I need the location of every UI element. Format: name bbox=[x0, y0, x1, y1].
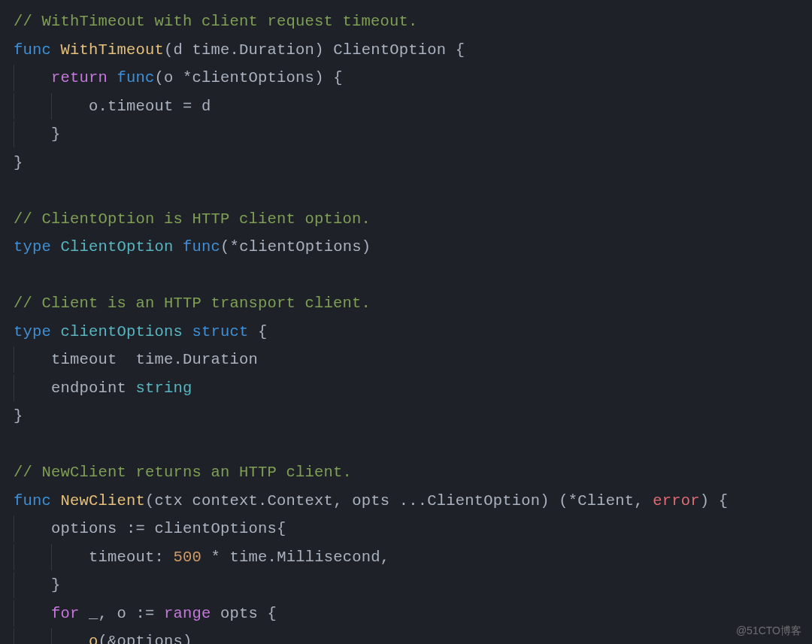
token-str: string bbox=[136, 379, 192, 397]
token-op: & bbox=[108, 633, 117, 644]
code-editor[interactable]: // WithTimeout with client request timeo… bbox=[0, 0, 812, 644]
token-cmt: // NewClient returns an HTTP client. bbox=[14, 464, 352, 481]
indent-guide bbox=[51, 98, 89, 115]
token-op: = bbox=[174, 98, 202, 115]
token-id: time bbox=[230, 549, 268, 566]
indent-guide bbox=[14, 69, 51, 86]
token-ret: for bbox=[51, 605, 80, 622]
token-kw: func bbox=[117, 69, 155, 86]
token-id: timeout bbox=[89, 549, 155, 566]
token-op: opts { bbox=[211, 605, 277, 622]
indent-guide bbox=[14, 125, 51, 143]
token-num: 500 bbox=[174, 549, 202, 566]
indent-guide bbox=[14, 379, 51, 397]
indent-guide bbox=[14, 98, 51, 115]
token-op: . bbox=[98, 98, 108, 115]
token-op: ) bbox=[362, 238, 371, 255]
token-kw: func bbox=[14, 492, 51, 509]
indent-guide bbox=[51, 549, 89, 566]
code-line[interactable]: // NewClient returns an HTTP client. bbox=[14, 458, 812, 487]
code-line[interactable] bbox=[14, 431, 812, 459]
indent-guide bbox=[14, 549, 51, 566]
code-line[interactable]: } bbox=[14, 571, 812, 600]
code-line[interactable]: // WithTimeout with client request timeo… bbox=[14, 8, 812, 36]
token-op: ... bbox=[399, 492, 428, 509]
token-op: , opts bbox=[333, 492, 399, 509]
token-fn: NewClient bbox=[61, 492, 146, 509]
code-line[interactable] bbox=[14, 262, 812, 290]
token-id: options bbox=[51, 520, 117, 537]
token-op: { bbox=[277, 520, 286, 537]
code-line[interactable]: func WithTimeout(d time.Duration) Client… bbox=[14, 36, 812, 65]
code-line[interactable]: options := clientOptions{ bbox=[14, 515, 812, 543]
token-op: } bbox=[51, 125, 61, 143]
token-kw: func bbox=[183, 238, 220, 255]
token-op: ) { bbox=[314, 69, 343, 86]
code-line[interactable]: } bbox=[14, 149, 812, 177]
token-id: options bbox=[117, 633, 183, 644]
code-line[interactable]: timeout: 500 * time.Millisecond, bbox=[14, 543, 812, 572]
token-id: endpoint bbox=[51, 379, 136, 397]
token-id: Context bbox=[268, 492, 334, 509]
token-op: (o bbox=[155, 69, 183, 86]
token-op: } bbox=[51, 576, 61, 594]
code-line[interactable]: return func(o *clientOptions) { bbox=[14, 64, 812, 92]
code-line[interactable]: // ClientOption is HTTP client option. bbox=[14, 205, 812, 234]
token-id: clientOptions bbox=[155, 520, 277, 537]
token-op: ) bbox=[183, 633, 192, 644]
token-op: (d bbox=[164, 41, 192, 59]
indent-guide bbox=[14, 605, 51, 622]
token-id: timeout bbox=[108, 98, 174, 115]
code-line[interactable]: } bbox=[14, 402, 812, 431]
token-id: o bbox=[89, 98, 98, 115]
token-cmt: // Client is an HTTP transport client. bbox=[14, 295, 371, 312]
token-id: clientOptions bbox=[192, 69, 315, 86]
token-kw: type bbox=[14, 323, 51, 340]
token-op: _, o := bbox=[80, 605, 165, 622]
token-op: (ctx bbox=[145, 492, 192, 509]
indent-guide bbox=[51, 633, 89, 644]
code-line[interactable] bbox=[14, 177, 812, 205]
indent-guide bbox=[14, 633, 51, 644]
token-id: Client bbox=[577, 492, 634, 509]
code-line[interactable]: type clientOptions struct { bbox=[14, 318, 812, 346]
code-line[interactable]: o(&options) bbox=[14, 627, 812, 644]
token-op: . bbox=[258, 492, 268, 509]
watermark: @51CTO博客 bbox=[736, 624, 801, 638]
token-fn: o bbox=[89, 633, 98, 644]
token-cmt: // ClientOption is HTTP client option. bbox=[14, 210, 371, 228]
token-kw: struct bbox=[192, 323, 249, 340]
code-line[interactable]: for _, o := range opts { bbox=[14, 600, 812, 628]
token-ret: return bbox=[51, 69, 108, 86]
token-op: } bbox=[14, 154, 23, 171]
token-op: , bbox=[380, 549, 390, 566]
token-op: ) { bbox=[700, 492, 729, 509]
code-line[interactable]: timeout time.Duration bbox=[14, 346, 812, 374]
token-ret: range bbox=[164, 605, 211, 622]
token-op: { bbox=[446, 41, 465, 59]
code-line[interactable]: } bbox=[14, 120, 812, 149]
token-op: } bbox=[14, 407, 23, 425]
token-id: ClientOption bbox=[427, 492, 540, 509]
token-id: time bbox=[192, 41, 230, 59]
token-op: . bbox=[174, 351, 183, 368]
code-line[interactable]: type ClientOption func(*clientOptions) bbox=[14, 233, 812, 262]
token-op: , bbox=[634, 492, 653, 509]
token-op: . bbox=[230, 41, 240, 59]
token-id: ClientOption bbox=[333, 41, 446, 59]
token-typ: clientOptions bbox=[61, 323, 183, 340]
token-id: clientOptions bbox=[239, 238, 362, 255]
code-line[interactable]: // Client is an HTTP transport client. bbox=[14, 289, 812, 318]
token-id: Duration bbox=[183, 351, 258, 368]
token-op: ) ( bbox=[540, 492, 568, 509]
token-op: { bbox=[249, 323, 268, 340]
indent-guide bbox=[14, 520, 51, 537]
code-line[interactable]: func NewClient(ctx context.Context, opts… bbox=[14, 487, 812, 516]
token-op: * bbox=[230, 238, 240, 255]
token-op: * bbox=[568, 492, 578, 509]
indent-guide bbox=[14, 351, 51, 368]
code-line[interactable]: o.timeout = d bbox=[14, 92, 812, 121]
token-fn: WithTimeout bbox=[61, 41, 165, 59]
code-line[interactable]: endpoint string bbox=[14, 374, 812, 403]
token-op: ( bbox=[98, 633, 108, 644]
